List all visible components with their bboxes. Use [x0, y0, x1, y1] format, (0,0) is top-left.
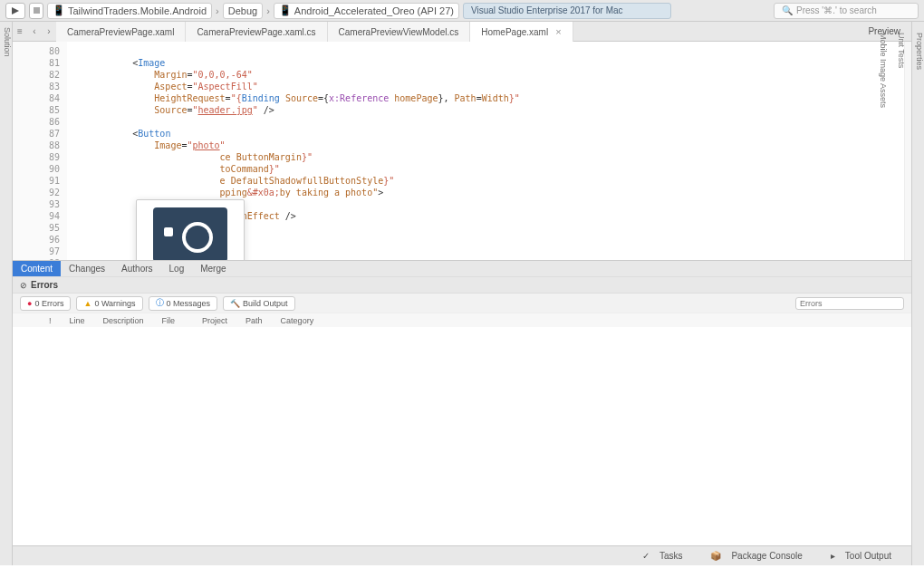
chevron-icon: [216, 5, 219, 16]
pill-errors[interactable]: ●0 Errors: [20, 296, 71, 311]
status-display: Visual Studio Enterprise 2017 for Mac: [463, 3, 671, 19]
tab-homepage-active[interactable]: HomePage.xaml×: [470, 22, 573, 42]
project-selector[interactable]: 📱TailwindTraders.Mobile.Android: [47, 3, 212, 19]
tab-authors[interactable]: Authors: [113, 261, 160, 276]
svg-marker-0: [12, 7, 19, 14]
svg-rect-1: [34, 7, 40, 14]
right-pads: Properties Unit Tests Mobile Image Asset…: [911, 22, 924, 565]
status-package-console[interactable]: 📦 Package Console: [704, 545, 814, 566]
warning-icon: ▲: [83, 299, 91, 308]
tab-camerapreviewviewmodel[interactable]: CameraPreviewViewModel.cs: [328, 22, 471, 42]
top-toolbar: 📱TailwindTraders.Mobile.Android Debug 📱A…: [0, 0, 924, 22]
error-columns: ! Line Description File Project Path Cat…: [13, 313, 911, 327]
status-bar: ✓ Tasks 📦 Package Console ▸ Tool Output: [13, 545, 911, 565]
line-gutter: 8081828384858687888990919293949596979899…: [13, 42, 67, 260]
tabs-overflow-icon[interactable]: ≡: [13, 26, 27, 36]
search-icon: 🔍: [782, 5, 793, 15]
col-category[interactable]: Category: [281, 316, 314, 325]
nav-back-icon[interactable]: ‹: [27, 26, 42, 36]
device-selector[interactable]: 📱Android_Accelerated_Oreo (API 27): [274, 3, 459, 19]
error-icon: ⊘: [20, 281, 27, 290]
pill-messages[interactable]: ⓘ0 Messages: [149, 296, 218, 311]
errors-pad-header[interactable]: ⊘Errors: [13, 276, 911, 293]
tab-merge[interactable]: Merge: [192, 261, 234, 276]
tab-camerapreviewpage-xaml[interactable]: CameraPreviewPage.xaml: [56, 22, 186, 42]
tab-content[interactable]: Content: [13, 261, 61, 276]
solution-pad-tab[interactable]: Solution: [0, 22, 13, 565]
run-button[interactable]: [5, 3, 25, 19]
col-priority[interactable]: !: [49, 316, 52, 325]
minimap[interactable]: [904, 42, 911, 260]
error-dot-icon: ●: [27, 299, 32, 308]
pill-build-output[interactable]: 🔨Build Output: [223, 296, 295, 311]
build-icon: 🔨: [230, 299, 240, 308]
chevron-icon: [266, 5, 270, 16]
properties-pad-tab[interactable]: Properties: [915, 33, 924, 565]
col-file[interactable]: File: [162, 316, 176, 325]
config-selector[interactable]: Debug: [223, 3, 263, 19]
col-description[interactable]: Description: [103, 316, 144, 325]
error-filter-row: ●0 Errors ▲0 Warnings ⓘ0 Messages 🔨Build…: [13, 293, 911, 313]
image-tooltip-popup: Navigate To Image Available (Command+D) …: [136, 199, 245, 260]
editor-tabs: ≡ ‹ › CameraPreviewPage.xaml CameraPrevi…: [13, 22, 911, 42]
close-tab-icon[interactable]: ×: [555, 26, 561, 37]
pill-warnings[interactable]: ▲0 Warnings: [76, 296, 142, 311]
error-list-body: [13, 327, 911, 545]
col-path[interactable]: Path: [245, 316, 263, 325]
col-project[interactable]: Project: [202, 316, 227, 325]
code-editor[interactable]: 8081828384858687888990919293949596979899…: [13, 42, 911, 260]
camera-icon: [153, 207, 227, 260]
nav-fwd-icon[interactable]: ›: [42, 26, 56, 36]
status-tasks[interactable]: ✓ Tasks: [636, 545, 696, 566]
tab-changes[interactable]: Changes: [61, 261, 113, 276]
col-line[interactable]: Line: [70, 316, 85, 325]
tab-camerapreviewpage-cs[interactable]: CameraPreviewPage.xaml.cs: [186, 22, 327, 42]
stop-button[interactable]: [29, 3, 43, 19]
source-control-tabs: Content Changes Authors Log Merge: [13, 260, 911, 276]
tab-log[interactable]: Log: [161, 261, 193, 276]
global-search[interactable]: 🔍Press '⌘.' to search: [774, 3, 919, 19]
info-icon: ⓘ: [156, 297, 164, 309]
